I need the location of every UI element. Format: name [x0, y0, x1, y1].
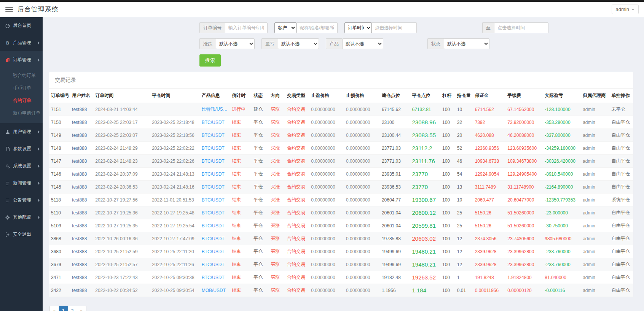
filter-row-1: 订单编号 客户 订单时间 至: [199, 22, 638, 33]
cell-pnl: 9805.680000: [543, 232, 581, 245]
sidebar-item-安全退出[interactable]: 安全退出: [0, 226, 43, 243]
cell-control[interactable]: 自由平仓: [610, 155, 633, 168]
cell-control[interactable]: 自由平仓: [610, 258, 633, 271]
cell-user[interactable]: test888: [70, 232, 93, 245]
cell-pnl: -233.760000: [543, 245, 581, 258]
sidebar-subitem-币币订单[interactable]: 币币订单: [0, 82, 43, 94]
profit-select[interactable]: 默认不选: [278, 38, 319, 49]
updown-select[interactable]: 默认不选: [216, 38, 255, 49]
status-select[interactable]: 默认不选: [444, 38, 489, 49]
cell-user[interactable]: test888: [70, 271, 93, 284]
cell-status: 平仓: [252, 258, 269, 271]
cell-user[interactable]: test888: [70, 245, 93, 258]
cell-control[interactable]: 自由平仓: [610, 245, 633, 258]
product-select[interactable]: 默认不选: [342, 38, 383, 49]
cell-control[interactable]: 自由平仓: [610, 168, 633, 181]
cell-user[interactable]: test888: [70, 168, 93, 181]
sidebar-item-订单管理[interactable]: 订单管理: [0, 51, 43, 68]
chevron-right-icon: [38, 41, 40, 44]
sidebar-item-用户管理[interactable]: 用户管理: [0, 123, 43, 140]
cell-control[interactable]: 自由平仓: [610, 284, 633, 297]
pagination-prev[interactable]: «: [49, 306, 59, 311]
sidebar-item-新闻管理[interactable]: 新闻管理: [0, 175, 43, 192]
cell-control[interactable]: 自由平仓: [610, 181, 633, 194]
cell-product[interactable]: BTC/USDT: [200, 142, 230, 155]
sidebar-item-系统设置[interactable]: 系统设置: [0, 157, 43, 175]
cell-open_price: 1.1956: [380, 284, 410, 297]
cell-control[interactable]: 自由平仓: [610, 271, 633, 284]
sidebar-subitem-新币申购订单[interactable]: 新币申购订单: [0, 107, 43, 119]
cell-product[interactable]: BTC/USDT: [200, 271, 230, 284]
cell-open_time: 2023-02-24 21:48:23: [93, 155, 150, 168]
search-button[interactable]: 搜索: [199, 54, 221, 67]
cell-leverage: 100: [440, 206, 455, 219]
cell-product[interactable]: BTC/USDT: [200, 245, 230, 258]
sidebar-group: 订单管理秒合约订单币币订单合约订单新币申购订单: [0, 51, 43, 123]
table-row: 3471test8882022-10-23 17:22:432022-10-25…: [49, 271, 633, 284]
cell-product[interactable]: BTC/USDT: [200, 116, 230, 129]
pagination-page-1[interactable]: 1: [59, 306, 68, 311]
cell-product[interactable]: BTC/USDT: [200, 258, 230, 271]
cell-control[interactable]: 自由平仓: [610, 116, 633, 129]
time-start-input[interactable]: [372, 22, 417, 33]
order-no-input[interactable]: [225, 22, 268, 33]
sidebar-group: 新闻管理: [0, 175, 43, 192]
cell-user[interactable]: test888: [70, 194, 93, 206]
time-type-select[interactable]: 订单时间: [344, 22, 372, 33]
cell-control[interactable]: 自由平仓: [610, 232, 633, 245]
cell-control[interactable]: 系统平仓: [610, 194, 633, 206]
sidebar-item-后台首页[interactable]: 后台首页: [0, 17, 43, 34]
cell-control[interactable]: 自由平仓: [610, 219, 633, 232]
cell-user[interactable]: test888: [70, 284, 93, 297]
cell-open_time: 2022-10-27 19:25:35: [93, 219, 150, 232]
cell-trade_type: 合约交易: [285, 103, 309, 116]
sidebar-group: 公告管理: [0, 192, 43, 209]
customer-input[interactable]: [296, 22, 338, 33]
customer-type-select[interactable]: 客户: [274, 22, 296, 33]
cell-user[interactable]: test888: [70, 155, 93, 168]
cell-control[interactable]: 自由平仓: [610, 142, 633, 155]
cell-user[interactable]: test888: [70, 129, 93, 142]
cell-amount: 12: [455, 258, 473, 271]
cell-open_price: 23771.03: [380, 155, 410, 168]
sidebar-subitem-合约订单[interactable]: 合约订单: [0, 94, 43, 107]
sidebar-item-公告管理[interactable]: 公告管理: [0, 192, 43, 209]
cell-user[interactable]: test888: [70, 258, 93, 271]
cell-user[interactable]: test888: [70, 142, 93, 155]
menu-toggle-icon[interactable]: [5, 7, 13, 12]
time-end-input[interactable]: [494, 22, 548, 33]
cell-take_profit: 0.00000000: [309, 258, 344, 271]
pagination-next[interactable]: »: [77, 306, 86, 311]
cell-take_profit: 0.00000000: [309, 245, 344, 258]
cell-product[interactable]: BTC/USDT: [200, 181, 230, 194]
cell-user[interactable]: test888: [70, 219, 93, 232]
sidebar-item-参数设置[interactable]: 参数设置: [0, 140, 43, 157]
cell-close_time: 2022-10-27 19:25:54: [150, 219, 200, 232]
sidebar-item-产品管理[interactable]: B产品管理: [0, 34, 43, 51]
cell-trade_type: 合约交易: [285, 129, 309, 142]
sidebar-subitem-秒合约订单[interactable]: 秒合约订单: [0, 69, 43, 82]
cell-control[interactable]: 自由平仓: [610, 206, 633, 219]
cell-user[interactable]: test888: [70, 116, 93, 129]
sidebar-item-其他配置[interactable]: 其他配置: [0, 209, 43, 226]
cell-product[interactable]: BTC/USDT: [200, 168, 230, 181]
system-gears-icon: [5, 163, 10, 169]
filter-row-3: 搜索: [199, 54, 638, 67]
cell-product[interactable]: 比特币/USDT: [200, 103, 230, 116]
cell-control[interactable]: 未平仓: [610, 103, 633, 116]
cell-product[interactable]: BTC/USDT: [200, 155, 230, 168]
cell-product[interactable]: BTC/USDT: [200, 206, 230, 219]
cell-product[interactable]: BTC/USDT: [200, 194, 230, 206]
cell-product[interactable]: BTC/USDT: [200, 129, 230, 142]
cell-user[interactable]: test888: [70, 206, 93, 219]
cell-user[interactable]: test888: [70, 181, 93, 194]
pagination-page-2[interactable]: 2: [68, 306, 77, 311]
cell-product[interactable]: BTC/USDT: [200, 219, 230, 232]
cell-control[interactable]: 自由平仓: [610, 129, 633, 142]
cell-product[interactable]: BTC/USDT: [200, 232, 230, 245]
cell-product[interactable]: MOB/USDT: [200, 284, 230, 297]
cell-open_time: 2022-10-27 19:27:56: [93, 194, 150, 206]
cell-user[interactable]: test888: [70, 103, 93, 116]
cell-agent: admin: [581, 284, 609, 297]
user-menu-button[interactable]: admin: [612, 5, 639, 14]
